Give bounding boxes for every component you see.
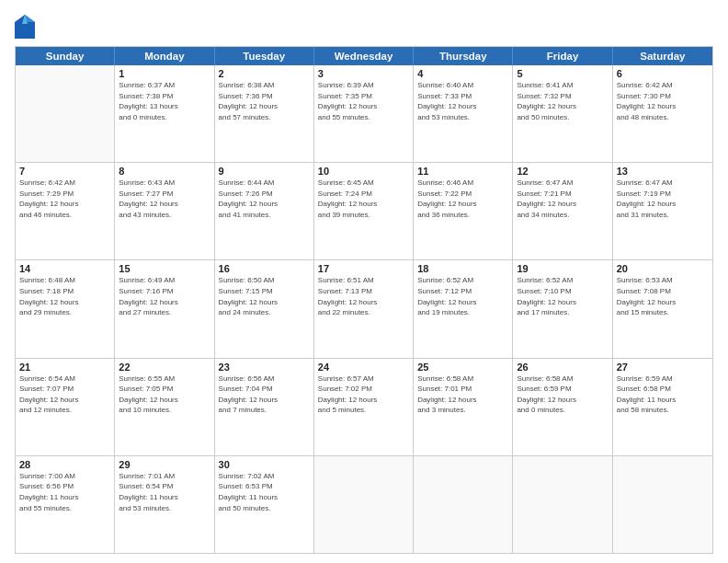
page: SundayMondayTuesdayWednesdayThursdayFrid…: [0, 0, 728, 563]
calendar-cell: [414, 456, 513, 553]
day-info: Sunrise: 6:55 AMSunset: 7:05 PMDaylight:…: [119, 373, 210, 416]
day-info-line: Sunset: 7:01 PM: [417, 384, 508, 395]
day-number: 13: [617, 166, 709, 177]
day-info: Sunrise: 6:54 AMSunset: 7:07 PMDaylight:…: [19, 373, 110, 416]
day-info: Sunrise: 6:53 AMSunset: 7:08 PMDaylight:…: [617, 275, 709, 317]
day-info-line: and 22 minutes.: [318, 307, 409, 318]
day-info-line: Sunset: 7:21 PM: [517, 189, 608, 200]
header-day-sunday: Sunday: [16, 47, 115, 65]
day-info-line: and 0 minutes.: [119, 112, 210, 123]
day-number: 9: [219, 166, 310, 177]
day-info-line: Sunrise: 6:50 AM: [219, 275, 310, 286]
day-info: Sunrise: 6:49 AMSunset: 7:16 PMDaylight:…: [119, 275, 210, 317]
day-info: Sunrise: 6:42 AMSunset: 7:30 PMDaylight:…: [617, 80, 709, 122]
day-info-line: Daylight: 11 hours: [119, 492, 210, 503]
calendar-week-5: 28Sunrise: 7:00 AMSunset: 6:56 PMDayligh…: [16, 456, 712, 553]
day-info-line: Sunrise: 6:58 AM: [517, 373, 608, 385]
day-info-line: Daylight: 12 hours: [119, 395, 210, 406]
calendar-header: SundayMondayTuesdayWednesdayThursdayFrid…: [16, 47, 712, 65]
day-info: Sunrise: 6:58 AMSunset: 6:59 PMDaylight:…: [517, 373, 608, 416]
day-info-line: Sunset: 7:07 PM: [19, 384, 110, 395]
day-info: Sunrise: 6:52 AMSunset: 7:12 PMDaylight:…: [417, 275, 508, 317]
day-number: 12: [517, 166, 608, 177]
calendar-cell: 24Sunrise: 6:57 AMSunset: 7:02 PMDayligh…: [314, 359, 414, 455]
calendar-cell: 17Sunrise: 6:51 AMSunset: 7:13 PMDayligh…: [314, 260, 414, 357]
calendar-cell: [16, 65, 115, 162]
day-info-line: and 46 minutes.: [19, 210, 110, 221]
day-info-line: Daylight: 12 hours: [517, 199, 608, 210]
day-info-line: Sunset: 7:10 PM: [517, 286, 608, 297]
day-info-line: and 7 minutes.: [219, 405, 310, 416]
day-info-line: Sunrise: 6:48 AM: [19, 275, 110, 286]
day-info-line: and 53 minutes.: [119, 503, 210, 514]
day-number: 19: [517, 263, 608, 274]
calendar-week-3: 14Sunrise: 6:48 AMSunset: 7:18 PMDayligh…: [16, 260, 712, 358]
day-info-line: Sunset: 7:02 PM: [318, 384, 409, 395]
day-info-line: Daylight: 12 hours: [119, 297, 210, 308]
day-info-line: and 5 minutes.: [318, 405, 409, 416]
calendar-cell: 15Sunrise: 6:49 AMSunset: 7:16 PMDayligh…: [115, 260, 214, 357]
day-info-line: Daylight: 11 hours: [617, 395, 709, 406]
day-info-line: and 27 minutes.: [119, 307, 210, 318]
calendar-cell: 26Sunrise: 6:58 AMSunset: 6:59 PMDayligh…: [513, 359, 612, 455]
calendar-cell: 23Sunrise: 6:56 AMSunset: 7:04 PMDayligh…: [215, 359, 314, 455]
day-info-line: Daylight: 11 hours: [19, 492, 110, 503]
day-info: Sunrise: 6:51 AMSunset: 7:13 PMDaylight:…: [318, 275, 409, 317]
day-info-line: and 29 minutes.: [19, 307, 110, 318]
day-info-line: Sunset: 6:56 PM: [19, 481, 110, 492]
day-info: Sunrise: 6:47 AMSunset: 7:21 PMDaylight:…: [517, 178, 608, 220]
day-info-line: Sunset: 7:19 PM: [617, 189, 709, 200]
day-info-line: and 50 minutes.: [517, 112, 608, 123]
calendar-cell: 10Sunrise: 6:45 AMSunset: 7:24 PMDayligh…: [314, 163, 414, 259]
day-info-line: Sunrise: 6:53 AM: [617, 275, 709, 286]
calendar-cell: 9Sunrise: 6:44 AMSunset: 7:26 PMDaylight…: [215, 163, 314, 259]
day-info: Sunrise: 6:57 AMSunset: 7:02 PMDaylight:…: [318, 373, 409, 416]
day-number: 14: [19, 263, 110, 274]
day-info-line: Sunrise: 6:38 AM: [219, 80, 310, 91]
day-info: Sunrise: 6:39 AMSunset: 7:35 PMDaylight:…: [318, 80, 409, 122]
day-info: Sunrise: 6:47 AMSunset: 7:19 PMDaylight:…: [617, 178, 709, 220]
day-number: 3: [318, 68, 409, 79]
day-info-line: Daylight: 12 hours: [517, 395, 608, 406]
day-info-line: Daylight: 12 hours: [19, 395, 110, 406]
day-info-line: and 19 minutes.: [417, 307, 508, 318]
header-day-monday: Monday: [115, 47, 214, 65]
day-info-line: and 0 minutes.: [517, 405, 608, 416]
day-info-line: Sunset: 7:13 PM: [318, 286, 409, 297]
day-info-line: Sunrise: 7:01 AM: [119, 471, 210, 482]
day-info-line: Sunrise: 6:45 AM: [318, 178, 409, 189]
day-number: 30: [219, 459, 310, 470]
calendar-cell: 6Sunrise: 6:42 AMSunset: 7:30 PMDaylight…: [613, 65, 712, 162]
day-info-line: and 48 minutes.: [617, 112, 709, 123]
calendar-cell: 2Sunrise: 6:38 AMSunset: 7:36 PMDaylight…: [215, 65, 314, 162]
day-info-line: Sunrise: 6:44 AM: [219, 178, 310, 189]
day-info-line: Daylight: 12 hours: [219, 395, 310, 406]
header-day-wednesday: Wednesday: [314, 47, 414, 65]
day-info-line: Sunrise: 6:47 AM: [617, 178, 709, 189]
day-info-line: Sunset: 7:16 PM: [119, 286, 210, 297]
day-number: 25: [417, 362, 508, 373]
day-info: Sunrise: 7:01 AMSunset: 6:54 PMDaylight:…: [119, 471, 210, 513]
day-info-line: Sunset: 7:27 PM: [119, 189, 210, 200]
day-info-line: Daylight: 12 hours: [517, 101, 608, 112]
calendar-cell: 5Sunrise: 6:41 AMSunset: 7:32 PMDaylight…: [513, 65, 612, 162]
calendar-cell: 19Sunrise: 6:52 AMSunset: 7:10 PMDayligh…: [513, 260, 612, 357]
calendar-cell: [314, 456, 414, 553]
calendar-cell: 25Sunrise: 6:58 AMSunset: 7:01 PMDayligh…: [414, 359, 513, 455]
day-number: 21: [19, 362, 110, 373]
calendar-cell: 18Sunrise: 6:52 AMSunset: 7:12 PMDayligh…: [414, 260, 513, 357]
day-info-line: Daylight: 12 hours: [417, 101, 508, 112]
day-info-line: and 55 minutes.: [19, 503, 110, 514]
day-info-line: Sunset: 7:29 PM: [19, 189, 110, 200]
day-info-line: Sunrise: 6:42 AM: [19, 178, 110, 189]
day-info: Sunrise: 7:00 AMSunset: 6:56 PMDaylight:…: [19, 471, 110, 513]
day-info-line: Daylight: 12 hours: [119, 199, 210, 210]
calendar-cell: 16Sunrise: 6:50 AMSunset: 7:15 PMDayligh…: [215, 260, 314, 357]
day-info-line: Daylight: 12 hours: [417, 199, 508, 210]
calendar-cell: 14Sunrise: 6:48 AMSunset: 7:18 PMDayligh…: [16, 260, 115, 357]
day-number: 27: [617, 362, 709, 373]
day-info-line: Sunset: 7:22 PM: [417, 189, 508, 200]
day-info-line: Sunrise: 7:02 AM: [219, 471, 310, 482]
calendar-cell: 27Sunrise: 6:59 AMSunset: 6:58 PMDayligh…: [613, 359, 712, 455]
day-info-line: Sunset: 7:32 PM: [517, 91, 608, 102]
